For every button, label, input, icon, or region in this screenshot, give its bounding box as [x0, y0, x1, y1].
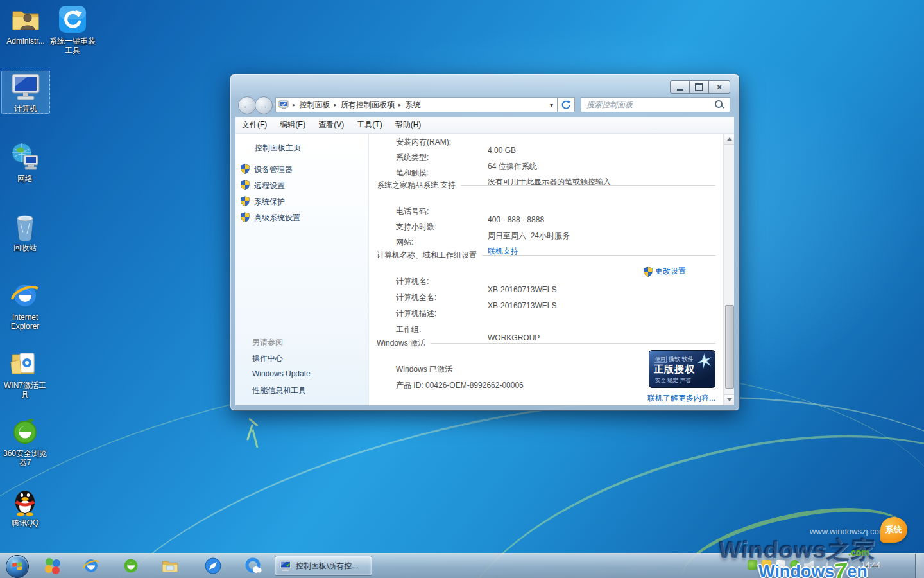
close-button[interactable]: ×	[709, 80, 730, 94]
info-row-phone: 电话号码: 400 - 888 - 8888	[369, 197, 390, 207]
sidebar-item-advanced-settings[interactable]: 高级系统设置	[241, 212, 300, 223]
sidebar-item-device-manager[interactable]: 设备管理器	[241, 164, 293, 175]
taskbar-icon-internet-explorer[interactable]	[81, 556, 101, 576]
desktop-icon-computer[interactable]: 计算机	[1, 71, 50, 114]
desktop-icon-qq[interactable]: 腾讯QQ	[1, 486, 49, 527]
desktop-icon-network[interactable]: 网络	[1, 141, 49, 183]
system-info-panel: 安装内存(RAM): 4.00 GB 系统类型: 64 位操作系统 笔和触摸: …	[369, 134, 723, 405]
qq-browser-icon	[244, 557, 262, 575]
wallpaper-sparkle	[252, 429, 258, 448]
sidebar-item-windows-update[interactable]: Windows Update	[252, 369, 311, 378]
sidebar: 控制面板主页 设备管理器 远程设置 系统保护 高级系统设置 另请参阅 操作中心 …	[235, 134, 369, 405]
tray-icon-volume[interactable]	[804, 560, 814, 570]
sidebar-item-remote-settings[interactable]: 远程设置	[241, 180, 285, 191]
section-windows-activation: Windows 激活	[377, 338, 715, 349]
windows-logo-icon	[12, 562, 22, 572]
crumb-separator-icon: ▸	[398, 101, 402, 108]
desktop-icon-recycle-bin[interactable]: 回收站	[1, 211, 49, 252]
maximize-button[interactable]	[690, 80, 709, 94]
menu-bar: 文件(F) 编辑(E) 查看(V) 工具(T) 帮助(H)	[235, 117, 734, 134]
wallpaper-swoosh	[426, 383, 924, 578]
taskbar-clock[interactable]: 14:44	[861, 561, 880, 570]
scrollbar-thumb[interactable]	[725, 305, 734, 389]
taskbar-active-task[interactable]: 控制面板\所有控...	[275, 556, 372, 576]
menu-file[interactable]: 文件(F)	[235, 119, 273, 130]
desktop-icon-label: WIN7激活工具	[2, 381, 48, 399]
search-input[interactable]: 搜索控制面板	[581, 97, 730, 112]
computer-icon	[279, 559, 292, 572]
compass-icon	[204, 557, 222, 575]
refresh-button[interactable]	[558, 97, 575, 112]
sidebar-item-control-panel-home[interactable]: 控制面板主页	[255, 143, 301, 153]
breadcrumb-item-system[interactable]: 系统	[406, 100, 421, 110]
info-row-activation-status: Windows 已激活	[369, 355, 390, 365]
back-button[interactable]: ←	[238, 96, 256, 114]
tray-icon-360[interactable]	[748, 560, 757, 570]
desktop: Administr... 系统一键重装工具 计算机	[0, 0, 924, 578]
taskbar-icon-360-browser[interactable]	[121, 556, 141, 576]
taskbar-icon-software-manager[interactable]	[42, 556, 63, 576]
watermark-url: www.windowszj.com	[810, 527, 886, 536]
taskbar-icon-explorer[interactable]	[160, 556, 180, 576]
desktop-icon-label: 系统一键重装工具	[49, 37, 96, 55]
window-content: 控制面板主页 设备管理器 远程设置 系统保护 高级系统设置 另请参阅 操作中心 …	[235, 134, 734, 405]
desktop-icon-label: 360安全浏览器7	[2, 449, 48, 467]
scroll-up-button[interactable]	[724, 134, 734, 144]
wallpaper-sparkle	[246, 424, 253, 441]
vertical-scrollbar[interactable]	[723, 134, 734, 405]
tray-icon-shield[interactable]	[762, 560, 771, 570]
tray-icon-flag[interactable]	[776, 560, 785, 570]
uac-shield-icon	[644, 267, 653, 277]
breadcrumb-item-all-items[interactable]: 所有控制面板项	[341, 100, 395, 110]
taskbar: 控制面板\所有控... 14:44	[0, 553, 924, 578]
change-settings-link[interactable]: 更改设置	[655, 266, 686, 277]
sidebar-see-also-header: 另请参阅	[252, 337, 283, 348]
menu-tools[interactable]: 工具(T)	[350, 119, 388, 130]
info-row-ram: 安装内存(RAM): 4.00 GB	[369, 134, 390, 138]
watermark-badge: 系统	[880, 517, 907, 543]
breadcrumb[interactable]: ▸ 控制面板 ▸ 所有控制面板项 ▸ 系统 ▾	[275, 97, 558, 112]
menu-view[interactable]: 查看(V)	[312, 119, 350, 130]
learn-more-online-link[interactable]: 联机了解更多内容...	[647, 393, 715, 404]
tray-icon-network[interactable]	[818, 560, 828, 570]
change-settings[interactable]: 更改设置	[644, 266, 686, 277]
qq-icon	[10, 486, 40, 516]
minimize-button[interactable]	[670, 80, 690, 94]
desktop-icon-internet-explorer[interactable]: Internet Explorer	[1, 280, 49, 331]
network-icon	[10, 141, 40, 172]
desktop-icon-win7-activation-tool[interactable]: WIN7激活工具	[1, 348, 49, 399]
sidebar-item-system-protection[interactable]: 系统保护	[241, 196, 285, 207]
forward-button[interactable]: →	[255, 96, 273, 114]
breadcrumb-item-control-panel[interactable]: 控制面板	[300, 100, 330, 110]
start-button[interactable]	[6, 555, 29, 578]
notification-area	[748, 560, 828, 570]
uac-shield-icon	[241, 164, 250, 174]
sidebar-item-action-center[interactable]: 操作中心	[252, 353, 283, 364]
window-caption-buttons: ×	[670, 80, 730, 94]
genuine-microsoft-badge[interactable]: 使用微软 软件 正版授权 安全 稳定 声誉	[649, 350, 715, 388]
breadcrumb-dropdown-icon[interactable]: ▾	[550, 101, 553, 109]
desktop-icon-reinstall-tool[interactable]: 系统一键重装工具	[49, 4, 96, 55]
scroll-down-button[interactable]	[724, 394, 734, 405]
menu-help[interactable]: 帮助(H)	[389, 119, 428, 130]
menu-edit[interactable]: 编辑(E)	[273, 119, 312, 130]
desktop-icon-label: 计算机	[14, 104, 37, 113]
360-browser-icon	[10, 416, 40, 447]
recycle-bin-icon	[10, 211, 40, 241]
search-icon[interactable]	[714, 100, 724, 110]
desktop-icon-360-browser[interactable]: 360安全浏览器7	[1, 416, 49, 467]
taskbar-icon-qq-browser[interactable]	[243, 556, 263, 576]
refresh-icon	[561, 100, 571, 110]
info-row-support-hours: 支持小时数: 周日至周六 24小时服务	[369, 213, 390, 223]
desktop-icon-label: 网络	[17, 174, 33, 183]
desktop-icon-administrator[interactable]: Administr...	[2, 4, 49, 46]
sidebar-item-performance-tools[interactable]: 性能信息和工具	[252, 385, 306, 396]
taskbar-icon-compass-browser[interactable]	[203, 556, 223, 576]
tray-icon-update-check[interactable]	[790, 560, 800, 570]
crumb-separator-icon: ▸	[293, 101, 296, 108]
info-row-website: 网站: 联机支持	[369, 228, 390, 238]
activation-folder-icon	[10, 348, 40, 379]
control-panel-icon	[278, 100, 289, 110]
show-desktop-button[interactable]	[915, 554, 924, 578]
ie-icon	[82, 557, 100, 575]
